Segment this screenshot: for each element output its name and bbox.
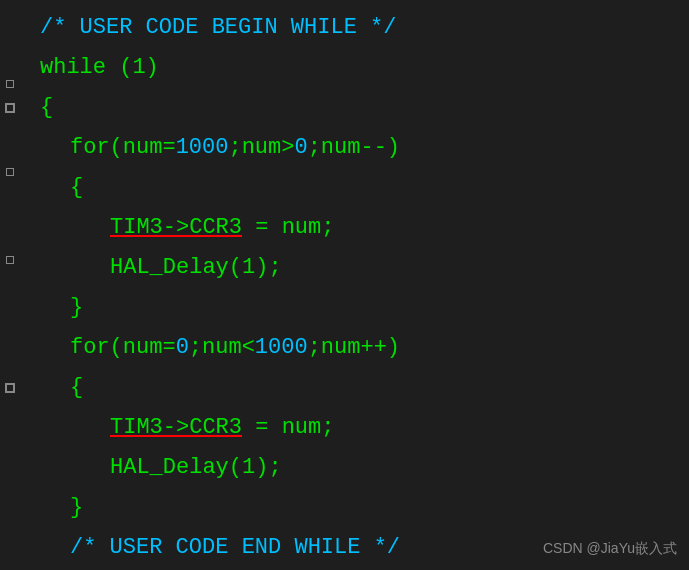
number: 0: [294, 130, 307, 165]
number: 0: [176, 330, 189, 365]
line-marker: [5, 103, 15, 113]
number: 1000: [255, 330, 308, 365]
code-editor: /* USER CODE BEGIN WHILE */ while (1) { …: [0, 0, 689, 570]
hal-delay: HAL_Delay(1);: [110, 250, 282, 285]
code-text: ;num--): [308, 130, 400, 165]
code-line-11: TIM3->CCR3 = num;: [30, 408, 689, 448]
keyword-for: for: [70, 130, 110, 165]
brace-close: }: [70, 490, 83, 525]
line-marker: [5, 383, 15, 393]
tim3-ccr3: TIM3->CCR3: [110, 210, 242, 245]
brace-open: {: [70, 170, 83, 205]
keyword-while: while: [40, 50, 106, 85]
code-line-2: while (1): [30, 48, 689, 88]
code-line-5: {: [30, 168, 689, 208]
code-text: = num;: [242, 210, 334, 245]
code-text: (num=: [110, 330, 176, 365]
brace-open: {: [70, 370, 83, 405]
code-text: ;num++): [308, 330, 400, 365]
code-line-8: }: [30, 288, 689, 328]
tim3-ccr3-2: TIM3->CCR3: [110, 410, 242, 445]
hal-delay-2: HAL_Delay(1);: [110, 450, 282, 485]
code-line-12: HAL_Delay(1);: [30, 448, 689, 488]
comment-end-while: /* USER CODE END WHILE */: [70, 530, 400, 565]
code-line-7: HAL_Delay(1);: [30, 248, 689, 288]
brace-close: }: [70, 290, 83, 325]
code-line-13: }: [30, 488, 689, 528]
code-text: ;num>: [228, 130, 294, 165]
code-line-6: TIM3->CCR3 = num;: [30, 208, 689, 248]
code-text: (num=: [110, 130, 176, 165]
code-line-10: {: [30, 368, 689, 408]
brace-open: {: [40, 90, 53, 125]
code-line-9: for (num= 0 ;num< 1000 ;num++): [30, 328, 689, 368]
code-text: ;num<: [189, 330, 255, 365]
code-line-3: {: [30, 88, 689, 128]
code-text: /* USER CODE BEGIN WHILE */: [40, 10, 396, 45]
number: 1000: [176, 130, 229, 165]
keyword-for: for: [70, 330, 110, 365]
watermark: CSDN @JiaYu嵌入式: [543, 540, 677, 558]
code-text: = num;: [242, 410, 334, 445]
code-text: (1): [106, 50, 159, 85]
code-line-1: /* USER CODE BEGIN WHILE */: [30, 8, 689, 48]
code-line-4: for (num= 1000 ;num> 0 ;num--): [30, 128, 689, 168]
